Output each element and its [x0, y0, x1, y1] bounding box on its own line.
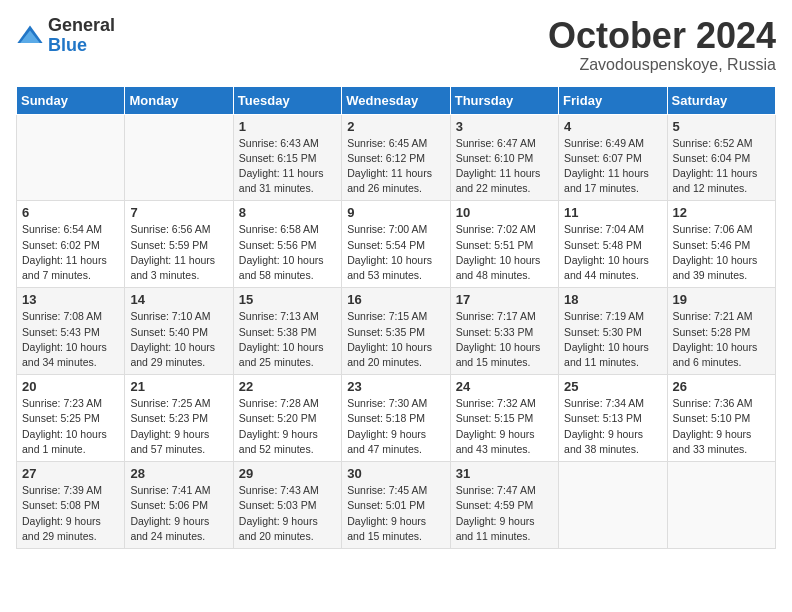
calendar-week-row: 1Sunrise: 6:43 AMSunset: 6:15 PMDaylight…	[17, 114, 776, 201]
day-info: Sunrise: 7:15 AMSunset: 5:35 PMDaylight:…	[347, 309, 444, 370]
day-info: Sunrise: 7:02 AMSunset: 5:51 PMDaylight:…	[456, 222, 553, 283]
day-info: Sunrise: 6:49 AMSunset: 6:07 PMDaylight:…	[564, 136, 661, 197]
calendar-cell: 29Sunrise: 7:43 AMSunset: 5:03 PMDayligh…	[233, 462, 341, 549]
calendar-cell: 12Sunrise: 7:06 AMSunset: 5:46 PMDayligh…	[667, 201, 775, 288]
day-number: 2	[347, 119, 444, 134]
logo-text: General Blue	[48, 16, 115, 56]
day-number: 11	[564, 205, 661, 220]
day-number: 7	[130, 205, 227, 220]
day-number: 1	[239, 119, 336, 134]
calendar-week-row: 20Sunrise: 7:23 AMSunset: 5:25 PMDayligh…	[17, 375, 776, 462]
calendar-cell: 20Sunrise: 7:23 AMSunset: 5:25 PMDayligh…	[17, 375, 125, 462]
day-number: 9	[347, 205, 444, 220]
header-day-wednesday: Wednesday	[342, 86, 450, 114]
day-number: 19	[673, 292, 770, 307]
day-info: Sunrise: 7:23 AMSunset: 5:25 PMDaylight:…	[22, 396, 119, 457]
day-info: Sunrise: 7:25 AMSunset: 5:23 PMDaylight:…	[130, 396, 227, 457]
location-subtitle: Zavodouspenskoye, Russia	[548, 56, 776, 74]
calendar-cell: 3Sunrise: 6:47 AMSunset: 6:10 PMDaylight…	[450, 114, 558, 201]
calendar-cell: 19Sunrise: 7:21 AMSunset: 5:28 PMDayligh…	[667, 288, 775, 375]
header-day-thursday: Thursday	[450, 86, 558, 114]
day-info: Sunrise: 7:45 AMSunset: 5:01 PMDaylight:…	[347, 483, 444, 544]
calendar-cell: 13Sunrise: 7:08 AMSunset: 5:43 PMDayligh…	[17, 288, 125, 375]
header-day-sunday: Sunday	[17, 86, 125, 114]
header-day-monday: Monday	[125, 86, 233, 114]
day-info: Sunrise: 6:47 AMSunset: 6:10 PMDaylight:…	[456, 136, 553, 197]
day-number: 3	[456, 119, 553, 134]
calendar-cell: 7Sunrise: 6:56 AMSunset: 5:59 PMDaylight…	[125, 201, 233, 288]
day-number: 30	[347, 466, 444, 481]
calendar-cell: 5Sunrise: 6:52 AMSunset: 6:04 PMDaylight…	[667, 114, 775, 201]
title-block: October 2024 Zavodouspenskoye, Russia	[548, 16, 776, 74]
header-day-friday: Friday	[559, 86, 667, 114]
calendar-cell: 1Sunrise: 6:43 AMSunset: 6:15 PMDaylight…	[233, 114, 341, 201]
calendar-cell: 25Sunrise: 7:34 AMSunset: 5:13 PMDayligh…	[559, 375, 667, 462]
calendar-table: SundayMondayTuesdayWednesdayThursdayFrid…	[16, 86, 776, 549]
calendar-cell: 4Sunrise: 6:49 AMSunset: 6:07 PMDaylight…	[559, 114, 667, 201]
calendar-cell: 16Sunrise: 7:15 AMSunset: 5:35 PMDayligh…	[342, 288, 450, 375]
calendar-cell: 8Sunrise: 6:58 AMSunset: 5:56 PMDaylight…	[233, 201, 341, 288]
logo-blue: Blue	[48, 36, 115, 56]
day-info: Sunrise: 7:39 AMSunset: 5:08 PMDaylight:…	[22, 483, 119, 544]
header-day-tuesday: Tuesday	[233, 86, 341, 114]
day-info: Sunrise: 7:34 AMSunset: 5:13 PMDaylight:…	[564, 396, 661, 457]
day-info: Sunrise: 7:13 AMSunset: 5:38 PMDaylight:…	[239, 309, 336, 370]
day-number: 6	[22, 205, 119, 220]
day-info: Sunrise: 6:45 AMSunset: 6:12 PMDaylight:…	[347, 136, 444, 197]
day-info: Sunrise: 7:08 AMSunset: 5:43 PMDaylight:…	[22, 309, 119, 370]
day-number: 5	[673, 119, 770, 134]
day-info: Sunrise: 7:43 AMSunset: 5:03 PMDaylight:…	[239, 483, 336, 544]
day-number: 26	[673, 379, 770, 394]
day-info: Sunrise: 7:17 AMSunset: 5:33 PMDaylight:…	[456, 309, 553, 370]
calendar-cell: 14Sunrise: 7:10 AMSunset: 5:40 PMDayligh…	[125, 288, 233, 375]
day-number: 17	[456, 292, 553, 307]
day-number: 23	[347, 379, 444, 394]
calendar-cell	[667, 462, 775, 549]
calendar-cell	[125, 114, 233, 201]
day-info: Sunrise: 7:30 AMSunset: 5:18 PMDaylight:…	[347, 396, 444, 457]
day-info: Sunrise: 7:36 AMSunset: 5:10 PMDaylight:…	[673, 396, 770, 457]
day-number: 28	[130, 466, 227, 481]
day-number: 21	[130, 379, 227, 394]
calendar-cell: 11Sunrise: 7:04 AMSunset: 5:48 PMDayligh…	[559, 201, 667, 288]
calendar-week-row: 27Sunrise: 7:39 AMSunset: 5:08 PMDayligh…	[17, 462, 776, 549]
calendar-cell: 15Sunrise: 7:13 AMSunset: 5:38 PMDayligh…	[233, 288, 341, 375]
calendar-cell: 2Sunrise: 6:45 AMSunset: 6:12 PMDaylight…	[342, 114, 450, 201]
calendar-cell: 22Sunrise: 7:28 AMSunset: 5:20 PMDayligh…	[233, 375, 341, 462]
calendar-cell: 9Sunrise: 7:00 AMSunset: 5:54 PMDaylight…	[342, 201, 450, 288]
day-info: Sunrise: 7:32 AMSunset: 5:15 PMDaylight:…	[456, 396, 553, 457]
day-info: Sunrise: 7:21 AMSunset: 5:28 PMDaylight:…	[673, 309, 770, 370]
day-info: Sunrise: 7:00 AMSunset: 5:54 PMDaylight:…	[347, 222, 444, 283]
day-info: Sunrise: 6:56 AMSunset: 5:59 PMDaylight:…	[130, 222, 227, 283]
header-day-saturday: Saturday	[667, 86, 775, 114]
day-info: Sunrise: 7:04 AMSunset: 5:48 PMDaylight:…	[564, 222, 661, 283]
day-info: Sunrise: 7:06 AMSunset: 5:46 PMDaylight:…	[673, 222, 770, 283]
calendar-cell: 21Sunrise: 7:25 AMSunset: 5:23 PMDayligh…	[125, 375, 233, 462]
day-info: Sunrise: 6:52 AMSunset: 6:04 PMDaylight:…	[673, 136, 770, 197]
day-info: Sunrise: 7:19 AMSunset: 5:30 PMDaylight:…	[564, 309, 661, 370]
day-number: 18	[564, 292, 661, 307]
day-number: 27	[22, 466, 119, 481]
calendar-week-row: 6Sunrise: 6:54 AMSunset: 6:02 PMDaylight…	[17, 201, 776, 288]
day-number: 15	[239, 292, 336, 307]
day-info: Sunrise: 7:10 AMSunset: 5:40 PMDaylight:…	[130, 309, 227, 370]
calendar-cell: 6Sunrise: 6:54 AMSunset: 6:02 PMDaylight…	[17, 201, 125, 288]
day-number: 16	[347, 292, 444, 307]
day-info: Sunrise: 6:58 AMSunset: 5:56 PMDaylight:…	[239, 222, 336, 283]
day-number: 8	[239, 205, 336, 220]
calendar-cell: 24Sunrise: 7:32 AMSunset: 5:15 PMDayligh…	[450, 375, 558, 462]
day-number: 14	[130, 292, 227, 307]
day-number: 24	[456, 379, 553, 394]
calendar-cell: 17Sunrise: 7:17 AMSunset: 5:33 PMDayligh…	[450, 288, 558, 375]
month-title: October 2024	[548, 16, 776, 56]
day-info: Sunrise: 7:41 AMSunset: 5:06 PMDaylight:…	[130, 483, 227, 544]
calendar-cell: 18Sunrise: 7:19 AMSunset: 5:30 PMDayligh…	[559, 288, 667, 375]
calendar-cell: 31Sunrise: 7:47 AMSunset: 4:59 PMDayligh…	[450, 462, 558, 549]
calendar-cell: 23Sunrise: 7:30 AMSunset: 5:18 PMDayligh…	[342, 375, 450, 462]
calendar-cell: 28Sunrise: 7:41 AMSunset: 5:06 PMDayligh…	[125, 462, 233, 549]
day-info: Sunrise: 6:43 AMSunset: 6:15 PMDaylight:…	[239, 136, 336, 197]
day-number: 25	[564, 379, 661, 394]
calendar-week-row: 13Sunrise: 7:08 AMSunset: 5:43 PMDayligh…	[17, 288, 776, 375]
logo-general: General	[48, 16, 115, 36]
calendar-cell	[17, 114, 125, 201]
